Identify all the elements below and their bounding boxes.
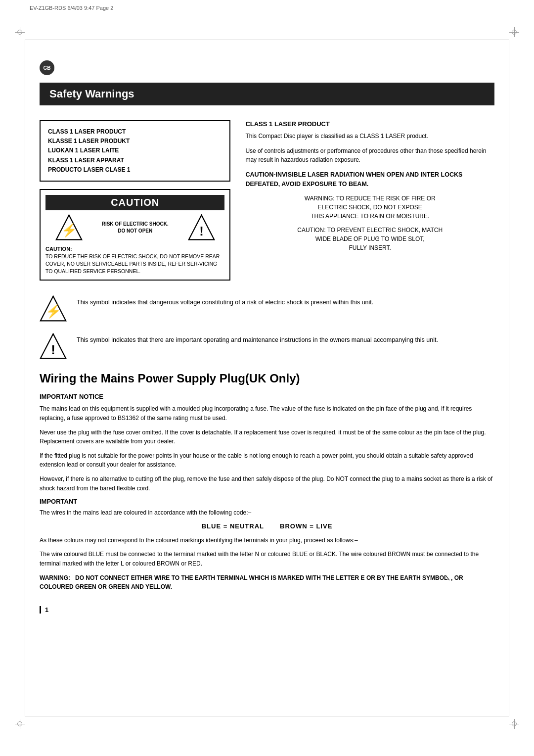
wiring-title: Wiring the Mains Power Supply Plug(UK On… [40,372,494,385]
margin-left [25,40,25,716]
symbol-row-2: ! This symbol indicates that there are i… [40,333,494,362]
important-notice-para4: However, if there is no alternative to c… [40,474,494,493]
class1-para1: This Compact Disc player is classified a… [245,132,494,141]
svg-text:⚡: ⚡ [45,304,62,320]
important-notice-para3: If the fitted plug is not suitable for t… [40,451,494,470]
important-para: The wires in the mains lead are coloured… [40,508,494,518]
wire-blue: BLUE = NEUTRAL [202,522,264,530]
caution-box: CAUTION ⚡ RISK OF ELECTRIC SHOCK.DO NOT … [40,189,230,281]
right-column: CLASS 1 LASER PRODUCT This Compact Disc … [245,120,494,285]
safety-warnings-title: Safety Warnings [40,83,494,105]
svg-text:!: ! [199,224,204,238]
laser-line-1: CLASS 1 LASER PRODUCT [48,127,222,137]
class1-para2: Use of controls adjustments or performan… [245,146,494,164]
wire-blue-detail: The wire coloured BLUE must be connected… [40,550,494,568]
crosshair-top-left [15,27,25,37]
left-column: CLASS 1 LASER PRODUCT KLASSE 1 LASER PRO… [40,120,230,285]
caution-center-text: RISK OF ELECTRIC SHOCK.DO NOT OPEN [102,221,169,235]
important-notice-title: IMPORTANT NOTICE [40,393,494,400]
lightning-symbol-svg: ⚡ [40,295,67,323]
caution-electric-text: CAUTION: TO PREVENT ELECTRIC SHOCK, MATC… [245,226,494,252]
exclamation-triangle-icon: ! [188,214,215,241]
laser-line-5: PRODUCTO LASER CLASE 1 [48,165,222,175]
symbol-2-text: This symbol indicates that there are imp… [77,333,438,345]
caution-symbols-row: ⚡ RISK OF ELECTRIC SHOCK.DO NOT OPEN ! [45,214,224,241]
caution-note: CAUTION: TO REDUCE THE RISK OF ELECTRIC … [45,245,224,275]
main-content: GB Safety Warnings CLASS 1 LASER PRODUCT… [0,16,534,653]
warning-label: WARNING: [40,574,70,581]
warning-final: WARNING: DO NOT CONNECT EITHER WIRE TO T… [40,573,494,591]
class1-title: CLASS 1 LASER PRODUCT [245,120,494,128]
two-column-layout: CLASS 1 LASER PRODUCT KLASSE 1 LASER PRO… [40,120,494,285]
warning-earth: DO NOT CONNECT EITHER WIRE TO THE EARTH … [75,574,447,581]
svg-text:⚡: ⚡ [61,223,77,238]
symbol-1-text: This symbol indicates that dangerous vol… [77,295,373,307]
colour-para: As these colours may not correspond to t… [40,536,494,545]
laser-line-4: KLASS 1 LASER APPARAT [48,156,222,165]
symbol-exclamation-icon: ! [40,333,67,362]
margin-top [25,40,509,40]
caution-invisible-title: CAUTION-INVISIBLE LASER RADIATION WHEN O… [245,170,494,189]
caution-note-label: CAUTION: [45,246,72,252]
caution-title: CAUTION [45,195,224,210]
important-notice-para2: Never use the plug with the fuse cover o… [40,428,494,446]
laser-line-2: KLASSE 1 LASER PRODUKT [48,137,222,146]
symbol-row-1: ⚡ This symbol indicates that dangerous v… [40,295,494,324]
lightning-bolt-icon: ⚡ [55,214,83,241]
exclamation-symbol-svg: ! [40,333,67,360]
wire-codes: BLUE = NEUTRAL BROWN = LIVE [40,522,494,530]
gb-badge: GB [40,60,54,75]
laser-product-box: CLASS 1 LASER PRODUCT KLASSE 1 LASER PRO… [40,120,230,182]
header-text: EV-Z1GB-RDS 6/4/03 9:47 Page 2 [30,5,113,11]
svg-text:!: ! [51,343,55,357]
caution-note-text: TO REDUCE THE RISK OF ELECTRIC SHOCK, DO… [45,253,220,274]
page-number: 1 [40,606,48,614]
page-header: EV-Z1GB-RDS 6/4/03 9:47 Page 2 [0,0,534,16]
laser-line-3: LUOKAN 1 LASER LAITE [48,146,222,155]
warning-fire-text: WARNING: TO REDUCE THE RISK OF FIRE OR E… [245,194,494,221]
important-notice-para1: The mains lead on this equipment is supp… [40,404,494,423]
margin-right [509,40,509,716]
wire-brown: BROWN = LIVE [280,522,332,530]
crosshair-bottom-left [15,719,25,729]
symbol-lightning-icon: ⚡ [40,295,67,324]
crosshair-top-right [509,27,519,37]
important-title: IMPORTANT [40,498,494,505]
page-wrapper: EV-Z1GB-RDS 6/4/03 9:47 Page 2 GB Safety… [0,0,534,756]
margin-bottom [25,716,509,716]
crosshair-bottom-right [509,719,519,729]
